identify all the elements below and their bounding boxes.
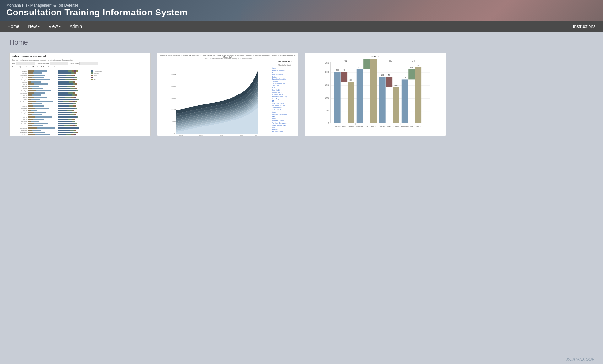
svg-rect-182 <box>73 125 75 126</box>
dow-company-item[interactable]: Coca-Cola <box>272 84 297 87</box>
dow-company-item[interactable]: Caterpillar Industries <box>272 78 297 80</box>
dow-company-item[interactable]: Hewlett-Packard Corp. <box>272 95 297 98</box>
dow-company-item[interactable]: Boeing <box>272 76 297 78</box>
svg-rect-144 <box>65 97 71 98</box>
svg-text:300M: 300M <box>171 97 176 99</box>
svg-rect-175 <box>58 121 72 122</box>
dow-company-item[interactable]: General Electric <box>272 91 297 93</box>
dow-company-item[interactable]: McDonald's Corporate <box>272 109 297 111</box>
svg-text:150: 150 <box>325 84 329 86</box>
svg-text:Demand: Demand <box>401 125 409 127</box>
svg-rect-235 <box>357 69 363 123</box>
svg-rect-110 <box>71 72 74 74</box>
dow-company-item[interactable]: Goldman Sachs <box>272 93 297 95</box>
dow-company-item[interactable]: Kraft Foods Inc <box>272 106 297 109</box>
chart1-commission-input[interactable] <box>50 62 68 65</box>
svg-rect-150 <box>63 101 69 102</box>
dow-company-item[interactable]: Alcoa <box>272 67 297 69</box>
dow-company-item[interactable]: AT&T <box>272 71 297 73</box>
svg-text:Attrition: Attrition <box>94 79 98 81</box>
chart1-body: Store Alpha Store Beta Store Gamma Store… <box>12 69 149 136</box>
svg-rect-68 <box>28 119 33 120</box>
dow-company-item[interactable]: Verizon <box>272 126 297 128</box>
chart-sales-commission[interactable]: Sales Commission Model Enter store quota… <box>9 53 151 136</box>
svg-rect-35 <box>28 94 32 96</box>
nav-instructions[interactable]: Instructions <box>568 21 600 31</box>
svg-rect-83 <box>28 130 32 131</box>
chart1-salary-input[interactable] <box>79 62 98 65</box>
dow-company-item[interactable]: ExxonMobil <box>272 89 297 91</box>
svg-text:400M: 400M <box>171 85 176 87</box>
dow-company-item[interactable]: United Technologies <box>272 124 297 126</box>
svg-rect-129 <box>58 86 67 87</box>
dow-company-item[interactable]: Walmart <box>272 128 297 131</box>
svg-text:Store Xi: Store Xi <box>24 99 28 100</box>
svg-text:Store Theta: Store Theta <box>22 86 27 87</box>
svg-rect-65 <box>28 116 35 118</box>
svg-rect-105 <box>68 70 72 72</box>
dow-company-item[interactable]: Wal-Mart Stores <box>272 131 297 133</box>
svg-text:No 0%: No 0% <box>94 75 97 76</box>
chart1-store-input[interactable] <box>16 62 35 65</box>
dow-company-item[interactable]: Procter & Gamble <box>272 120 297 122</box>
svg-rect-131 <box>72 86 75 87</box>
svg-rect-169 <box>74 114 76 115</box>
svg-rect-257 <box>408 69 415 80</box>
dow-company-item[interactable]: Chevron <box>272 80 297 82</box>
svg-rect-159 <box>58 108 75 109</box>
svg-text:210: 210 <box>358 66 362 68</box>
dow-company-item[interactable]: Travelers Companies <box>272 122 297 124</box>
svg-rect-174 <box>72 119 75 120</box>
svg-text:250: 250 <box>325 62 329 64</box>
svg-rect-2 <box>28 70 34 72</box>
chart-bar[interactable]: Quarter 0 50 100 150 200 250 <box>305 53 446 136</box>
dow-company-item[interactable]: JP Morgan Chase <box>272 102 297 104</box>
dow-company-item[interactable]: Merck <box>272 111 297 113</box>
svg-rect-113 <box>66 75 71 76</box>
svg-rect-143 <box>58 97 65 98</box>
chart2-area-svg: 0 100M 200M 300M 400M 500M 2010 2011 201… <box>159 60 270 136</box>
chart3-svg: 0 50 100 150 200 250 Q1 200 <box>307 59 444 133</box>
svg-text:200: 200 <box>336 69 339 71</box>
dow-company-item[interactable]: Cisco Systems, Inc <box>272 82 297 84</box>
svg-rect-193 <box>71 134 74 135</box>
nav-home[interactable]: Home <box>3 21 24 31</box>
svg-rect-23 <box>28 86 30 87</box>
dow-company-item[interactable]: Johnson & Johnson <box>272 104 297 106</box>
svg-text:Store Pi: Store Pi <box>24 104 28 105</box>
svg-rect-225 <box>334 72 340 123</box>
svg-rect-255 <box>402 79 408 123</box>
dow-company-item[interactable]: Pfizer <box>272 117 297 120</box>
svg-rect-44 <box>28 101 36 102</box>
nav-view[interactable]: View ▾ <box>44 21 65 31</box>
svg-text:Store Alpha: Store Alpha <box>22 71 27 72</box>
svg-rect-245 <box>379 77 385 123</box>
svg-rect-161 <box>58 110 67 111</box>
nav-new[interactable]: New ▾ <box>24 21 44 31</box>
svg-text:Demand: Demand <box>334 125 341 127</box>
svg-rect-106 <box>72 70 74 72</box>
svg-text:Store Epsilon2: Store Epsilon2 <box>20 132 27 133</box>
svg-rect-149 <box>58 101 63 102</box>
svg-text:Store Epsilon: Store Epsilon <box>21 79 27 81</box>
svg-rect-247 <box>386 77 392 87</box>
svg-rect-135 <box>58 90 76 91</box>
dow-company-item[interactable]: IBM <box>272 100 297 102</box>
svg-rect-164 <box>58 112 72 113</box>
svg-text:50: 50 <box>326 110 329 112</box>
dow-company-item[interactable]: Home Depot <box>272 98 297 100</box>
dow-company-item[interactable]: Du Pont <box>272 87 297 89</box>
svg-rect-179 <box>58 125 64 126</box>
dow-company-item[interactable]: Microsoft Corporation <box>272 113 297 115</box>
dow-company-item[interactable]: Bank of America <box>272 73 297 76</box>
nav-admin[interactable]: Admin <box>65 21 86 31</box>
svg-text:40: 40 <box>410 66 413 68</box>
svg-text:Store Zeta: Store Zeta <box>22 82 27 83</box>
chart-dow-jones[interactable]: Follow the history of the 30 companies i… <box>157 53 298 136</box>
dow-company-item[interactable]: Nike <box>272 115 297 117</box>
svg-text:Store Delta: Store Delta <box>22 77 27 78</box>
svg-rect-11 <box>28 77 32 78</box>
svg-text:Store Gamma2: Store Gamma2 <box>20 128 27 129</box>
svg-rect-94 <box>91 70 93 72</box>
dow-company-item[interactable]: American Express <box>272 69 297 71</box>
